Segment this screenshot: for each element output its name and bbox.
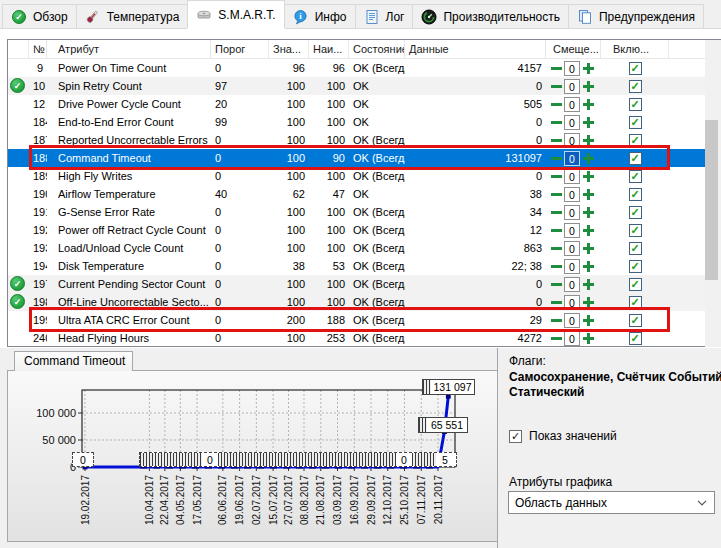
enabled-checkbox[interactable] bbox=[629, 332, 642, 345]
offset-value[interactable]: 0 bbox=[564, 133, 580, 148]
table-scrollbar[interactable] bbox=[705, 40, 721, 347]
enabled-checkbox[interactable] bbox=[629, 116, 642, 129]
offset-value[interactable]: 0 bbox=[564, 61, 580, 76]
offset-plus-button[interactable] bbox=[580, 186, 596, 202]
tab-warnings[interactable]: Предупреждения bbox=[568, 4, 704, 28]
table-row[interactable]: 12Drive Power Cycle Count20100100OK5050 bbox=[8, 95, 721, 113]
header-worst[interactable]: Наи... bbox=[309, 40, 349, 59]
offset-minus-button[interactable] bbox=[548, 312, 564, 328]
offset-value[interactable]: 0 bbox=[564, 295, 580, 310]
header-num[interactable]: № bbox=[29, 40, 47, 59]
header-value[interactable]: Зна... bbox=[269, 40, 309, 59]
offset-value[interactable]: 0 bbox=[564, 313, 580, 328]
header-status[interactable]: Состояние bbox=[349, 40, 405, 59]
offset-value[interactable]: 0 bbox=[564, 187, 580, 202]
tab-info[interactable]: i Инфо bbox=[284, 4, 356, 28]
graph-attributes-dropdown[interactable]: Область данных bbox=[508, 491, 715, 514]
enabled-checkbox[interactable] bbox=[629, 206, 642, 219]
table-row[interactable]: 189High Fly Writes0100100OK (Всегда...00 bbox=[8, 167, 721, 185]
enabled-checkbox[interactable] bbox=[629, 188, 642, 201]
table-row[interactable]: 188Command Timeout010090OK (Всегда...131… bbox=[8, 149, 721, 167]
offset-minus-button[interactable] bbox=[548, 240, 564, 256]
offset-minus-button[interactable] bbox=[548, 204, 564, 220]
scrollbar-thumb[interactable] bbox=[705, 120, 718, 280]
offset-plus-button[interactable] bbox=[580, 330, 596, 346]
offset-minus-button[interactable] bbox=[548, 150, 564, 166]
table-row[interactable]: 199Ultra ATA CRC Error Count0200188OK (В… bbox=[8, 311, 721, 329]
offset-plus-button[interactable] bbox=[580, 204, 596, 220]
header-attribute[interactable]: Атрибут bbox=[47, 40, 211, 59]
offset-plus-button[interactable] bbox=[580, 168, 596, 184]
enabled-checkbox[interactable] bbox=[629, 224, 642, 237]
offset-minus-button[interactable] bbox=[548, 60, 564, 76]
offset-minus-button[interactable] bbox=[548, 294, 564, 310]
offset-minus-button[interactable] bbox=[548, 132, 564, 148]
offset-plus-button[interactable] bbox=[580, 276, 596, 292]
tab-temperature[interactable]: Температура bbox=[76, 4, 189, 28]
header-enabled[interactable]: Вклю... bbox=[601, 40, 669, 59]
header-offset[interactable]: Смеще... bbox=[546, 40, 601, 59]
table-row[interactable]: 190Airflow Temperature406247OK380 bbox=[8, 185, 721, 203]
table-row[interactable]: 187Reported Uncorrectable Errors0100100O… bbox=[8, 131, 721, 149]
offset-value[interactable]: 0 bbox=[564, 277, 580, 292]
enabled-checkbox[interactable] bbox=[629, 98, 642, 111]
offset-plus-button[interactable] bbox=[580, 294, 596, 310]
offset-minus-button[interactable] bbox=[548, 276, 564, 292]
tab-log[interactable]: Лог bbox=[355, 4, 414, 28]
table-row[interactable]: 193Load/Unload Cycle Count0100100OK (Все… bbox=[8, 239, 721, 257]
offset-value[interactable]: 0 bbox=[564, 331, 580, 346]
chart-tab[interactable]: Command Timeout bbox=[14, 351, 133, 371]
offset-plus-button[interactable] bbox=[580, 240, 596, 256]
enabled-checkbox[interactable] bbox=[629, 80, 642, 93]
show-values-checkbox[interactable] bbox=[509, 430, 522, 443]
offset-minus-button[interactable] bbox=[548, 186, 564, 202]
offset-minus-button[interactable] bbox=[548, 258, 564, 274]
offset-plus-button[interactable] bbox=[580, 312, 596, 328]
enabled-checkbox[interactable] bbox=[629, 152, 642, 165]
offset-plus-button[interactable] bbox=[580, 222, 596, 238]
table-row[interactable]: 191G-Sense Error Rate0100100OK (Всегда..… bbox=[8, 203, 721, 221]
offset-plus-button[interactable] bbox=[580, 96, 596, 112]
tab-performance[interactable]: Производительность bbox=[412, 4, 568, 28]
header-threshold[interactable]: Порог bbox=[211, 40, 269, 59]
table-row[interactable]: ✓197Current Pending Sector Count0100100O… bbox=[8, 275, 721, 293]
offset-value[interactable]: 0 bbox=[564, 169, 580, 184]
enabled-checkbox[interactable] bbox=[629, 260, 642, 273]
table-row[interactable]: 184End-to-End Error Count99100100OK00 bbox=[8, 113, 721, 131]
offset-value[interactable]: 0 bbox=[564, 259, 580, 274]
enabled-checkbox[interactable] bbox=[629, 62, 642, 75]
tab-overview[interactable]: ✓ Обзор bbox=[2, 4, 77, 28]
table-row[interactable]: 192Power off Retract Cycle Count0100100O… bbox=[8, 221, 721, 239]
table-row[interactable]: ✓198Off-Line Uncorrectable Secto...01001… bbox=[8, 293, 721, 311]
table-row[interactable]: ✓10Spin Retry Count97100100OK00 bbox=[8, 77, 721, 95]
offset-plus-button[interactable] bbox=[580, 258, 596, 274]
offset-value[interactable]: 0 bbox=[564, 151, 580, 166]
enabled-checkbox[interactable] bbox=[629, 134, 642, 147]
offset-minus-button[interactable] bbox=[548, 222, 564, 238]
table-row[interactable]: 194Disk Temperature03853OK (Всегда...22;… bbox=[8, 257, 721, 275]
offset-minus-button[interactable] bbox=[548, 114, 564, 130]
offset-plus-button[interactable] bbox=[580, 114, 596, 130]
offset-minus-button[interactable] bbox=[548, 330, 564, 346]
tab-smart[interactable]: S.M.A.R.T. bbox=[187, 0, 284, 29]
header-data[interactable]: Данные bbox=[405, 40, 546, 59]
enabled-checkbox[interactable] bbox=[629, 242, 642, 255]
offset-value[interactable]: 0 bbox=[564, 79, 580, 94]
offset-minus-button[interactable] bbox=[548, 168, 564, 184]
offset-value[interactable]: 0 bbox=[564, 115, 580, 130]
offset-plus-button[interactable] bbox=[580, 78, 596, 94]
header-icon-col[interactable] bbox=[8, 40, 29, 59]
offset-value[interactable]: 0 bbox=[564, 241, 580, 256]
offset-minus-button[interactable] bbox=[548, 96, 564, 112]
offset-plus-button[interactable] bbox=[580, 150, 596, 166]
offset-plus-button[interactable] bbox=[580, 132, 596, 148]
offset-minus-button[interactable] bbox=[548, 78, 564, 94]
table-row[interactable]: 9Power On Time Count09696OK (Всегда...41… bbox=[8, 59, 721, 77]
enabled-checkbox[interactable] bbox=[629, 296, 642, 309]
enabled-checkbox[interactable] bbox=[629, 314, 642, 327]
offset-value[interactable]: 0 bbox=[564, 205, 580, 220]
table-row[interactable]: 240Head Flying Hours0100253OK (Всегда...… bbox=[8, 329, 721, 347]
offset-value[interactable]: 0 bbox=[564, 223, 580, 238]
enabled-checkbox[interactable] bbox=[629, 278, 642, 291]
offset-plus-button[interactable] bbox=[580, 60, 596, 76]
